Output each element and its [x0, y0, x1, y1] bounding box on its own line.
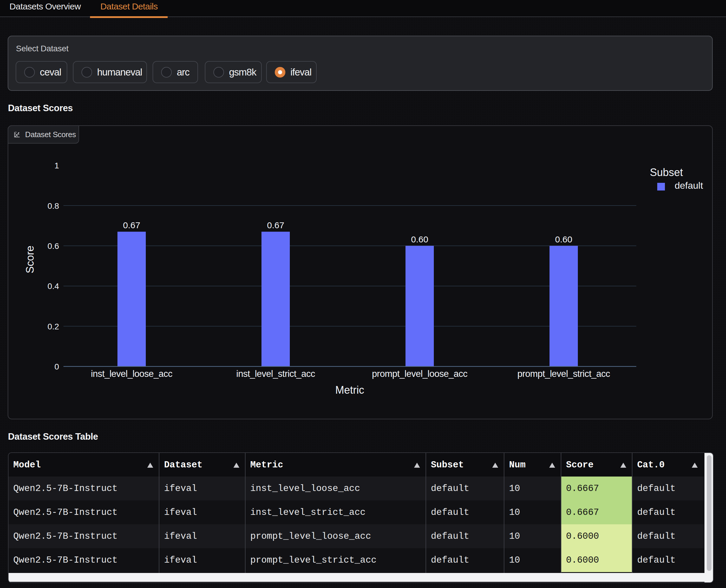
svg-text:default: default [674, 180, 703, 191]
svg-text:0.60: 0.60 [555, 234, 572, 244]
svg-text:0.67: 0.67 [267, 220, 284, 230]
svg-text:Subset: Subset [650, 166, 683, 178]
svg-text:prompt_level_loose_acc: prompt_level_loose_acc [372, 369, 467, 379]
svg-text:0.8: 0.8 [47, 202, 59, 211]
svg-text:0.6: 0.6 [47, 241, 59, 251]
svg-text:0.2: 0.2 [47, 322, 59, 331]
svg-text:0.67: 0.67 [123, 220, 140, 230]
svg-text:inst_level_strict_acc: inst_level_strict_acc [236, 369, 315, 379]
svg-text:Metric: Metric [335, 384, 364, 396]
svg-text:0.60: 0.60 [411, 234, 428, 244]
svg-text:0.4: 0.4 [47, 281, 59, 291]
svg-text:1: 1 [54, 161, 59, 170]
svg-text:inst_level_loose_acc: inst_level_loose_acc [91, 369, 173, 379]
svg-text:0: 0 [54, 362, 59, 371]
svg-text:Score: Score [24, 246, 36, 273]
svg-text:prompt_level_strict_acc: prompt_level_strict_acc [517, 369, 610, 379]
